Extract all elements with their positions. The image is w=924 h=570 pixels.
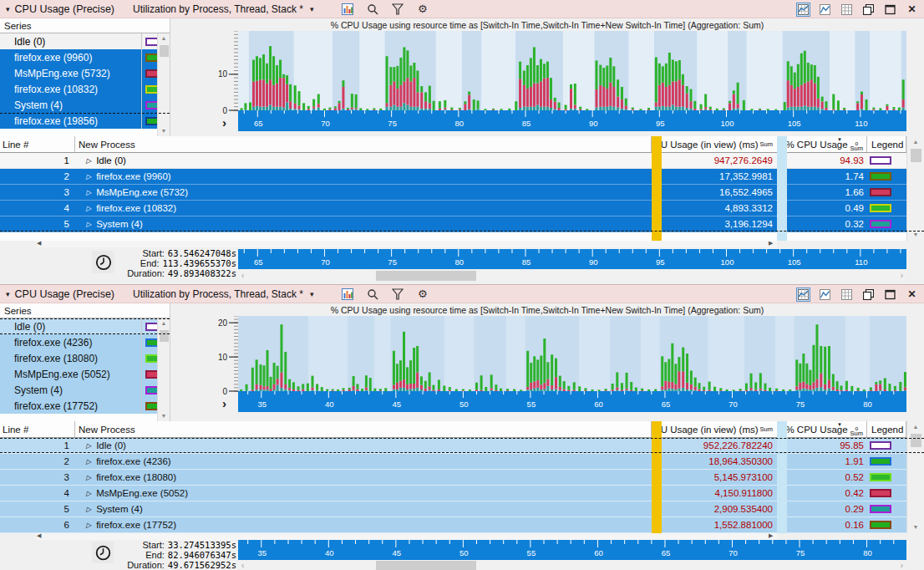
scroll-up-icon: ▲ [158,318,170,328]
legend-swatch [870,220,891,228]
col-new-process[interactable]: New Process [75,136,652,152]
scroll-down-icon: ▼ [158,126,170,136]
col-line-number[interactable]: Line # [0,421,75,437]
scroll-left-icon: ‹ [241,560,244,570]
search-icon[interactable] [365,287,379,301]
chart-picker-icon[interactable] [340,287,354,301]
legend-swatch [870,457,891,466]
view-preset-label: Utilization by Process, Thread, Stack * [133,3,303,15]
timeline-scrollbar[interactable]: ‹› [238,271,906,281]
col-line-number[interactable]: Line # [0,136,75,152]
maximize-icon[interactable] [883,288,897,302]
cpu-usage-stacked-bar-chart[interactable]: 01065707580859095100105110 [218,31,906,131]
table-view-icon[interactable] [840,3,854,17]
graph-column-splitter[interactable] [652,136,662,241]
timeline-scrollbar[interactable]: ‹› [238,561,906,570]
series-item[interactable]: System (4) [0,97,170,113]
process-table: Line # New Process CPU Usage (in view) (… [0,421,924,533]
close-icon[interactable]: ✕ [905,288,919,302]
line-chart-icon[interactable] [818,288,832,302]
line-chart-icon[interactable] [818,3,832,17]
scrollbar-thumb [376,561,476,570]
series-item[interactable]: System (4) [0,382,170,398]
svg-text:100: 100 [721,119,734,128]
col-pct-cpu-usage[interactable]: ▼% CPU UsageoSum [787,136,867,152]
sort-desc-icon: ▼ [837,137,842,142]
col-legend[interactable]: Legend [867,421,906,437]
filter-icon[interactable] [390,2,404,16]
close-icon[interactable]: ✕ [905,3,919,17]
series-item[interactable]: MsMpEng.exe (5732) [0,65,170,81]
svg-text:35: 35 [258,548,267,557]
col-new-process[interactable]: New Process [75,421,652,437]
series-header: Series [0,18,170,33]
col-cpu-usage[interactable]: CPU Usage (in view) (ms)Sum [662,421,777,437]
view-preset-selector[interactable]: Utilization by Process, Thread, Stack * … [133,3,318,15]
cascade-windows-icon[interactable] [861,288,876,302]
table-horizontal-scrollbar[interactable]: ◀▶ [0,533,924,540]
panel1-titlebar: ▾ CPU Usage (Precise) Utilization by Pro… [0,0,924,18]
search-icon[interactable] [365,2,379,16]
series-item[interactable]: MsMpEng.exe (5052) [0,366,170,382]
col-pct-cpu-usage[interactable]: ▼% CPU UsageoSum [787,421,867,437]
expand-row-icon: ▷ [86,157,91,165]
collapse-panel-icon[interactable]: ▾ [6,5,10,13]
chart-type-selected-icon[interactable] [796,3,810,17]
scroll-up-icon: ▲ [907,136,924,147]
expand-row-icon: ▷ [86,173,91,181]
settings-icon[interactable]: ⚙ [415,287,429,301]
expand-row-icon: ▷ [86,474,91,481]
series-item[interactable]: firefox.exe (10832) [0,81,170,97]
timeline-ruler[interactable]: 35404550556065707580 [238,540,906,560]
expand-row-icon: ▷ [86,458,91,466]
svg-text:100: 100 [721,257,734,267]
scroll-right-icon: ▶ [769,532,773,539]
cpu-usage-stacked-bar-chart[interactable]: 0102035404550556065707580 [218,316,906,412]
panel-title: CPU Usage (Precise) [15,288,114,300]
start-label: Start: [143,540,165,550]
scrollbar-thumb [911,434,921,447]
series-item[interactable]: Idle (0) [0,33,170,49]
chart-zone: % CPU Usage using resource time as [Swit… [170,303,924,421]
maximize-icon[interactable] [883,3,897,17]
svg-text:10: 10 [218,353,227,362]
series-item[interactable]: Idle (0) [0,318,170,334]
cascade-windows-icon[interactable] [861,3,876,17]
chart-picker-icon[interactable] [340,2,354,16]
series-item[interactable]: firefox.exe (4236) [0,334,170,350]
chart-zone: % CPU Usage using resource time as [Swit… [170,18,924,136]
svg-text:55: 55 [527,400,536,409]
expand-row-icon: ▷ [86,221,91,228]
col-legend[interactable]: Legend [867,136,906,152]
filter-icon[interactable] [390,287,404,301]
svg-text:50: 50 [459,400,469,409]
view-preset-selector[interactable]: Utilization by Process, Thread, Stack * … [133,288,318,300]
svg-text:105: 105 [788,119,801,128]
svg-text:110: 110 [855,119,867,128]
table-vertical-scrollbar[interactable]: ▲▼ [906,136,924,241]
graph-panel-2: ▾ CPU Usage (Precise) Utilization by Pro… [0,284,924,570]
expand-graph-icon[interactable]: › [222,117,226,129]
series-scrollbar[interactable]: ▲▼ [157,33,170,136]
svg-text:70: 70 [729,400,738,409]
collapse-panel-icon[interactable]: ▾ [6,290,10,298]
end-label: End: [145,550,165,560]
frozen-column-splitter[interactable] [777,136,787,241]
series-item[interactable]: firefox.exe (18080) [0,350,170,366]
settings-icon[interactable]: ⚙ [415,2,429,16]
series-item[interactable]: firefox.exe (17752) [0,398,170,414]
series-item[interactable]: firefox.exe (19856) [0,113,170,129]
timeline-ruler[interactable]: 65707580859095100105110 [238,249,906,269]
series-item[interactable]: firefox.exe (9960) [0,49,170,65]
chart-type-selected-icon[interactable] [796,288,810,302]
end-label: End: [140,258,160,268]
svg-text:40: 40 [325,548,334,557]
time-range-info: Start:63.546247048s End:113.439655370s D… [117,248,236,278]
svg-text:35: 35 [258,400,267,409]
table-horizontal-scrollbar[interactable]: ◀▶ [0,241,924,247]
scroll-down-icon: ▼ [158,411,170,421]
expand-graph-icon[interactable]: › [222,398,226,410]
legend-swatch [870,505,891,513]
col-cpu-usage[interactable]: CPU Usage (in view) (ms)Sum [662,136,777,152]
table-view-icon[interactable] [840,288,854,302]
